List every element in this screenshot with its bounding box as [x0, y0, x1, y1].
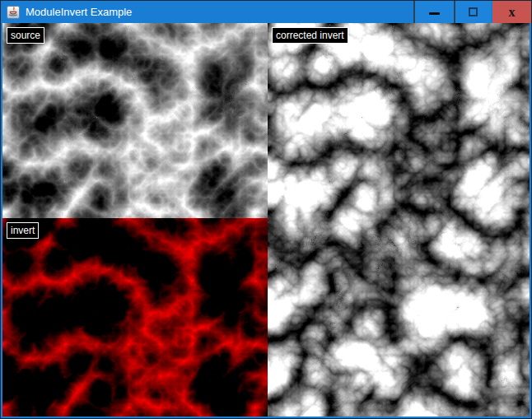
source-texture-image: [2, 23, 268, 218]
source-label: source: [7, 27, 44, 44]
panel-source: source: [2, 23, 268, 218]
corrected-invert-label: corrected invert: [272, 27, 348, 44]
window-title: ModuleInvert Example: [26, 1, 413, 23]
corrected-invert-texture-image: [268, 23, 530, 417]
maximize-icon: [469, 7, 478, 16]
image-canvas: source invert: [2, 23, 530, 417]
panel-invert: invert: [2, 218, 268, 417]
app-window: ModuleInvert Example x: [0, 0, 532, 419]
invert-texture-image: [2, 218, 268, 417]
caption-buttons: x: [413, 1, 531, 23]
maximize-button[interactable]: [455, 1, 491, 23]
invert-label: invert: [7, 222, 39, 239]
close-button[interactable]: x: [492, 1, 531, 23]
close-icon: x: [509, 6, 516, 19]
panel-corrected-invert: corrected invert: [268, 23, 530, 417]
minimize-button[interactable]: [415, 1, 454, 23]
java-coffee-cup-icon: [7, 6, 20, 19]
titlebar[interactable]: ModuleInvert Example x: [1, 1, 531, 23]
minimize-icon: [429, 12, 440, 15]
